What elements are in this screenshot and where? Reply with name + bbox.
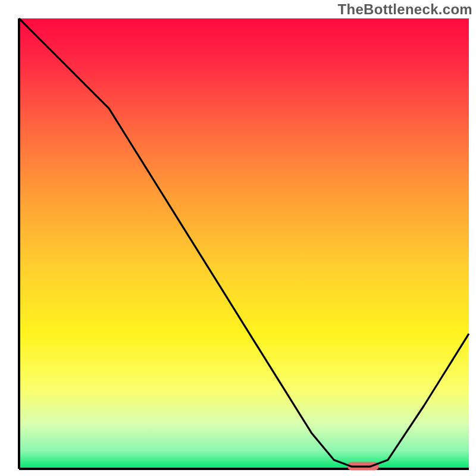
watermark-text: TheBottleneck.com [338, 1, 472, 18]
bottleneck-chart [0, 0, 476, 476]
chart-container: TheBottleneck.com [0, 0, 476, 476]
